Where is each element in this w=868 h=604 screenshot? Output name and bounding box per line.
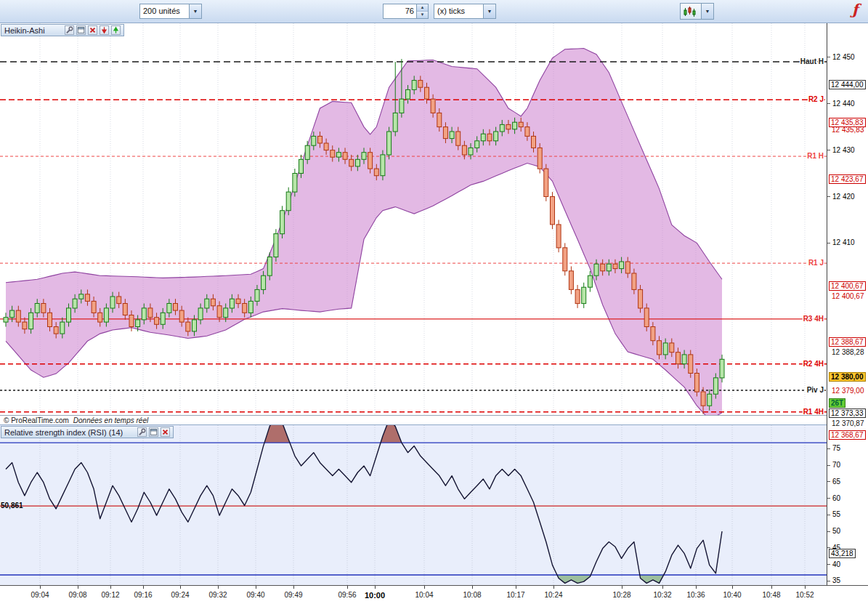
time-label: 10:48 bbox=[757, 591, 786, 599]
rsi-axis-tick bbox=[827, 581, 830, 581]
time-label: 09:56 bbox=[333, 591, 362, 599]
copyright-brand: © ProRealTime.com bbox=[4, 416, 69, 424]
chart-type-button[interactable]: ▼ bbox=[680, 3, 714, 20]
rsi-axis-tick bbox=[827, 498, 830, 499]
rsi-axis-label: 50 bbox=[832, 527, 840, 535]
rsi-axis-tick bbox=[827, 481, 830, 482]
copyright: © ProRealTime.comDonnées en temps réel bbox=[4, 416, 148, 424]
logo-icon: ƒ bbox=[852, 1, 859, 18]
time-tick bbox=[771, 586, 772, 589]
rsi-axis-tick bbox=[827, 531, 830, 532]
rsi-axis-label: 60 bbox=[832, 494, 840, 502]
time-label: 09:08 bbox=[63, 591, 92, 599]
price-axis-tick bbox=[827, 103, 830, 104]
time-tick bbox=[40, 586, 41, 589]
time-label: 09:16 bbox=[129, 591, 158, 599]
time-label: 10:40 bbox=[718, 591, 747, 599]
price-pane-header[interactable]: Heikin-Ashi bbox=[1, 24, 124, 36]
price-axis-tick bbox=[827, 196, 830, 197]
svg-text:R3 4H: R3 4H bbox=[803, 315, 824, 323]
units-select-value: 200 unités bbox=[140, 4, 189, 18]
chevron-down-icon[interactable]: ▼ bbox=[189, 4, 201, 18]
time-tick bbox=[732, 586, 733, 589]
price-axis-label: 12 430 bbox=[832, 146, 855, 154]
close-icon[interactable] bbox=[161, 427, 170, 437]
svg-text:Piv J: Piv J bbox=[807, 386, 824, 394]
timeframe-unit-select[interactable]: (x) ticks ▼ bbox=[434, 4, 496, 19]
rsi-axis-label: 40 bbox=[832, 560, 840, 568]
window-icon[interactable] bbox=[149, 427, 158, 437]
time-tick bbox=[553, 586, 554, 589]
rsi-chart[interactable]: 50,861 bbox=[0, 425, 827, 586]
price-badge: 12 380,00 bbox=[829, 372, 866, 382]
time-label: 09:04 bbox=[25, 591, 54, 599]
wrench-icon[interactable] bbox=[137, 427, 147, 437]
chevron-down-icon[interactable]: ▼ bbox=[701, 4, 713, 19]
rsi-axis-label: 65 bbox=[832, 478, 840, 486]
svg-text:R1 H: R1 H bbox=[807, 152, 824, 160]
move-down-icon[interactable] bbox=[100, 25, 109, 35]
rsi-axis-label: 35 bbox=[832, 576, 840, 584]
time-label: 10:04 bbox=[410, 591, 439, 599]
rsi-pane-title: Relative strength index (RSI) (14) bbox=[4, 428, 135, 437]
price-axis-tick bbox=[827, 57, 830, 57]
price-axis-label: 12 410 bbox=[832, 238, 855, 246]
time-label: 10:00 bbox=[360, 591, 389, 600]
time-tick bbox=[293, 586, 294, 589]
time-label: 10:24 bbox=[539, 591, 568, 599]
price-pane[interactable]: Haut HR2 JR1 HR1 JR3 4HR2 4HPiv JR1 4H H… bbox=[0, 23, 827, 415]
pane-divider bbox=[0, 415, 827, 416]
chevron-down-icon[interactable]: ▼ bbox=[483, 4, 495, 18]
time-label: 10:28 bbox=[607, 591, 636, 599]
time-tick bbox=[256, 586, 256, 589]
price-axis[interactable]: 12 45012 44012 43012 42012 41012 444,001… bbox=[827, 23, 868, 585]
time-label: 09:24 bbox=[166, 591, 195, 599]
time-tick bbox=[78, 586, 78, 589]
time-label: 09:32 bbox=[203, 591, 232, 599]
svg-text:R1 J: R1 J bbox=[808, 259, 824, 267]
spin-up-icon[interactable]: ▲ bbox=[417, 4, 428, 12]
spin-down-icon[interactable]: ▼ bbox=[417, 12, 428, 18]
price-axis-label: 12 450 bbox=[832, 53, 855, 61]
price-badge: 12 423,67 bbox=[829, 174, 866, 184]
time-label: 10:36 bbox=[681, 591, 710, 599]
time-tick bbox=[696, 586, 697, 589]
tick-count-input[interactable]: 76 ▲ ▼ bbox=[383, 4, 429, 19]
tick-count-value: 76 bbox=[384, 4, 416, 18]
time-axis[interactable]: 09:0409:0809:1209:1609:2409:3209:4009:49… bbox=[0, 585, 868, 604]
window-icon[interactable] bbox=[76, 25, 86, 35]
price-badge: 12 373,33 bbox=[829, 408, 866, 418]
rsi-pane-header[interactable]: Relative strength index (RSI) (14) bbox=[1, 426, 174, 438]
rsi-axis-tick bbox=[827, 448, 830, 449]
time-tick bbox=[622, 586, 622, 589]
rsi-axis-tick bbox=[827, 515, 830, 515]
move-up-icon[interactable] bbox=[111, 25, 121, 35]
svg-text:50,861: 50,861 bbox=[1, 502, 23, 510]
price-chart[interactable]: Haut HR2 JR1 HR1 JR3 4HR2 4HPiv JR1 4H bbox=[0, 23, 827, 415]
units-select[interactable]: 200 unités ▼ bbox=[139, 4, 202, 19]
close-icon[interactable] bbox=[88, 25, 97, 35]
time-label: 09:40 bbox=[241, 591, 270, 599]
price-badge: 12 435,83 bbox=[829, 126, 866, 135]
svg-text:R1 4H: R1 4H bbox=[803, 408, 824, 415]
timeframe-unit-value: (x) ticks bbox=[434, 4, 483, 18]
time-tick bbox=[662, 586, 663, 589]
rsi-axis-label: 75 bbox=[832, 444, 840, 452]
price-pane-title: Heikin-Ashi bbox=[4, 26, 62, 35]
price-axis-label: 12 440 bbox=[832, 100, 855, 108]
time-tick bbox=[347, 586, 348, 589]
time-tick bbox=[375, 586, 376, 589]
price-badge: 12 400,67 bbox=[829, 281, 866, 291]
svg-text:R2 J: R2 J bbox=[808, 95, 824, 103]
time-tick bbox=[472, 586, 473, 589]
rsi-pane[interactable]: 50,861 Relative strength index (RSI) (14… bbox=[0, 424, 827, 586]
price-badge: 12 388,28 bbox=[829, 348, 866, 358]
copyright-note: Données en temps réel bbox=[73, 416, 148, 424]
wrench-icon[interactable] bbox=[65, 25, 74, 35]
time-tick bbox=[805, 586, 806, 589]
time-label: 10:08 bbox=[458, 591, 487, 599]
time-label: 09:49 bbox=[279, 591, 308, 599]
time-label: 10:52 bbox=[790, 591, 819, 599]
time-tick bbox=[516, 586, 516, 589]
price-axis-label: 12 420 bbox=[832, 193, 855, 201]
